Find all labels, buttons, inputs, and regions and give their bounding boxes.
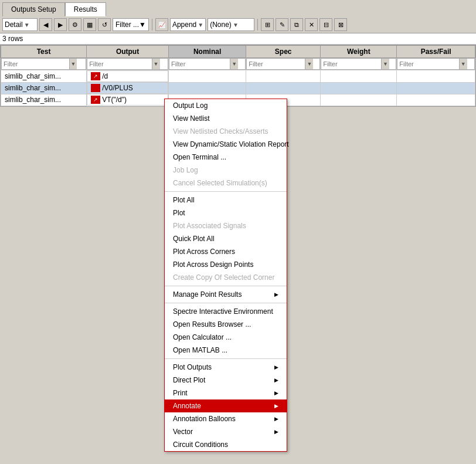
forward-icon: ▶ <box>58 21 63 29</box>
cell-test-3: simlib_char_sim... <box>1 94 87 106</box>
menu-create-copy[interactable]: Create Copy Of Selected Corner <box>165 271 287 284</box>
tb-btn-2[interactable]: ✎ <box>276 18 288 31</box>
menu-direct-plot[interactable]: Direct Plot <box>165 374 287 387</box>
separator-2 <box>257 19 258 31</box>
tb-icon-2: ✎ <box>280 21 285 29</box>
menu-plot-all[interactable]: Plot All <box>165 194 287 206</box>
append-label: Append <box>172 21 196 29</box>
menu-open-matlab[interactable]: Open MATLAB ... <box>165 344 287 357</box>
menu-open-terminal[interactable]: Open Terminal ... <box>165 151 287 164</box>
separator-1 <box>152 19 152 31</box>
menu-view-netlisted-checks[interactable]: View Netlisted Checks/Asserts <box>165 125 287 138</box>
filter-passfail-arrow[interactable]: ▼ <box>459 59 467 69</box>
cell-output-1: ↗ /d <box>87 70 168 82</box>
cell-icon-3: ↗ <box>91 96 100 104</box>
filter-spec: ▼ <box>246 58 321 70</box>
filter-test-arrow[interactable]: ▼ <box>69 59 77 69</box>
menu-plot-across-design[interactable]: Plot Across Design Points <box>165 258 287 271</box>
tb-btn-4[interactable]: ✕ <box>305 18 318 31</box>
tab-results[interactable]: Results <box>65 2 106 16</box>
menu-plot-outputs[interactable]: Plot Outputs <box>165 361 287 374</box>
cell-output-2: /V0/PLUS <box>87 82 168 94</box>
menu-annotate[interactable]: Annotate <box>165 399 287 412</box>
col-nominal: Nominal <box>168 46 246 58</box>
filter-label: Filter ... <box>115 21 139 29</box>
menu-annotation-balloons[interactable]: Annotation Balloons <box>165 412 287 425</box>
tb-btn-5[interactable]: ⊟ <box>319 18 332 31</box>
reload-icon: ↺ <box>102 21 107 29</box>
filter-output-arrow[interactable]: ▼ <box>152 59 160 69</box>
table-row[interactable]: simlib_char_sim... ↗ /d <box>1 70 475 83</box>
col-weight: Weight <box>321 46 397 58</box>
tb-btn-1[interactable]: ⊞ <box>261 18 274 31</box>
cell-passfail-1 <box>397 70 475 83</box>
menu-job-log[interactable]: Job Log <box>165 164 287 177</box>
reload-button[interactable]: ↺ <box>98 18 111 31</box>
filter-weight-arrow[interactable]: ▼ <box>381 59 389 69</box>
menu-plot[interactable]: Plot <box>165 206 287 219</box>
filter-output: ▼ <box>87 58 169 70</box>
forward-button[interactable]: ▶ <box>54 18 67 31</box>
filter-arrow-icon: ▼ <box>139 21 146 29</box>
filter-passfail-input[interactable] <box>397 60 459 67</box>
settings-button[interactable]: ⚙ <box>69 18 81 31</box>
separator-c <box>165 303 287 303</box>
menu-print[interactable]: Print <box>165 387 287 399</box>
tb-btn-3[interactable]: ⧉ <box>290 18 303 31</box>
separator-a <box>165 191 287 192</box>
tb-btn-6[interactable]: ⊠ <box>334 18 347 31</box>
grid-button[interactable]: ▦ <box>83 18 96 31</box>
cell-output-3: ↗ VT("/d") <box>87 94 168 106</box>
menu-plot-across-corners[interactable]: Plot Across Corners <box>165 245 287 258</box>
append-dropdown[interactable]: Append ▼ <box>170 18 206 31</box>
filter-test-input[interactable] <box>2 60 69 67</box>
filter-weight: ▼ <box>321 58 397 70</box>
menu-open-results-browser[interactable]: Open Results Browser ... <box>165 318 287 331</box>
menu-circuit-conditions[interactable]: Circuit Conditions <box>165 438 287 451</box>
cell-passfail-3 <box>397 94 475 106</box>
cell-spec-2 <box>246 82 321 94</box>
menu-cancel-sim[interactable]: Cancel Selected Simulation(s) <box>165 177 287 189</box>
filter-nominal-input[interactable] <box>169 60 230 67</box>
append-arrow-icon: ▼ <box>198 22 203 28</box>
menu-open-calculator[interactable]: Open Calculator ... <box>165 331 287 344</box>
cell-test-2: simlib_char_sim... <box>1 82 87 94</box>
none-dropdown[interactable]: (None) ▼ <box>208 18 254 31</box>
results-table-container: Test Output Nominal Spec Weight Pass/Fai… <box>0 45 476 107</box>
detail-dropdown[interactable]: Detail ▼ <box>2 18 38 31</box>
none-label: (None) <box>210 21 232 29</box>
tab-outputs-setup[interactable]: Outputs Setup <box>2 2 65 16</box>
cell-test-1: simlib_char_sim... <box>1 70 87 83</box>
tb-icon-5: ⊟ <box>324 21 329 29</box>
tab-bar: Outputs Setup Results <box>0 0 476 16</box>
menu-spectre-interactive[interactable]: Spectre Interactive Environment <box>165 305 287 318</box>
table-row[interactable]: simlib_char_sim... /V0/PLUS <box>1 82 475 94</box>
menu-plot-associated[interactable]: Plot Associated Signals <box>165 219 287 232</box>
plot-button[interactable]: 📈 <box>155 18 168 31</box>
menu-manage-point[interactable]: Manage Point Results <box>165 288 287 301</box>
cell-weight-3 <box>321 94 397 106</box>
col-spec: Spec <box>246 46 321 58</box>
filter-nominal: ▼ <box>168 58 246 70</box>
separator-d <box>165 358 287 359</box>
back-button[interactable]: ◀ <box>39 18 52 31</box>
menu-vector[interactable]: Vector <box>165 425 287 438</box>
cell-icon-2 <box>91 84 100 92</box>
menu-view-netlist[interactable]: View Netlist <box>165 112 287 125</box>
tb-icon-1: ⊞ <box>265 21 270 29</box>
results-table: Test Output Nominal Spec Weight Pass/Fai… <box>1 45 475 106</box>
filter-output-input[interactable] <box>87 60 151 67</box>
cell-passfail-2 <box>397 82 475 94</box>
menu-output-log[interactable]: Output Log <box>165 99 287 112</box>
cell-weight-1 <box>321 70 397 83</box>
filter-weight-input[interactable] <box>321 60 381 67</box>
settings-icon: ⚙ <box>72 21 78 29</box>
menu-quick-plot-all[interactable]: Quick Plot All <box>165 232 287 245</box>
filter-spec-arrow[interactable]: ▼ <box>305 59 313 69</box>
filter-nominal-arrow[interactable]: ▼ <box>230 59 238 69</box>
menu-view-dynamic-static[interactable]: View Dynamic/Static Violation Report <box>165 138 287 151</box>
table-header-row: Test Output Nominal Spec Weight Pass/Fai… <box>1 46 475 58</box>
filter-dropdown[interactable]: Filter ... ▼ <box>113 18 149 31</box>
detail-arrow-icon: ▼ <box>24 22 30 28</box>
filter-spec-input[interactable] <box>247 60 305 67</box>
